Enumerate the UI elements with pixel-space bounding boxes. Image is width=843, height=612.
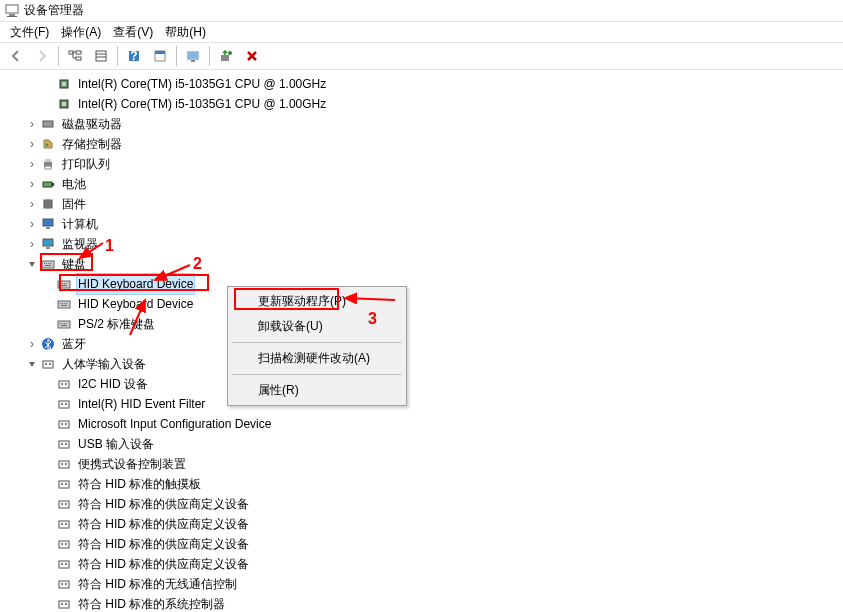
menu-file[interactable]: 文件(F)	[4, 22, 55, 43]
separator	[209, 46, 210, 66]
hid-icon	[56, 576, 72, 592]
expand-icon[interactable]: ›	[24, 116, 40, 132]
keyboard-icon	[56, 276, 72, 292]
tree-item-ps2-keyboard[interactable]: PS/2 标准键盘	[8, 314, 843, 334]
svg-rect-58	[62, 323, 63, 324]
svg-rect-40	[46, 263, 47, 264]
detail-view-button[interactable]	[89, 44, 113, 68]
menu-action[interactable]: 操作(A)	[55, 22, 107, 43]
computer-icon	[40, 216, 56, 232]
hid-icon	[56, 536, 72, 552]
expand-icon[interactable]: ›	[24, 236, 40, 252]
svg-rect-90	[59, 541, 69, 548]
expand-icon[interactable]: ›	[24, 216, 40, 232]
tree-item[interactable]: 符合 HID 标准的无线通信控制	[8, 574, 843, 594]
tree-item[interactable]: 符合 HID 标准的供应商定义设备	[8, 514, 843, 534]
tree-item-bluetooth[interactable]: ›蓝牙	[8, 334, 843, 354]
expand-icon[interactable]: ›	[24, 336, 40, 352]
svg-rect-16	[221, 55, 229, 61]
tree-item[interactable]: 便携式设备控制装置	[8, 454, 843, 474]
tree-item[interactable]: 符合 HID 标准的供应商定义设备	[8, 554, 843, 574]
svg-point-67	[61, 383, 63, 385]
svg-rect-48	[66, 283, 67, 284]
hid-icon	[56, 376, 72, 392]
expand-icon[interactable]: ›	[24, 176, 40, 192]
keyboard-icon	[56, 296, 72, 312]
tree-item-keyboard[interactable]: 键盘	[8, 254, 843, 274]
toolbar: ?	[0, 42, 843, 70]
tree-item-firmware[interactable]: ›固件	[8, 194, 843, 214]
tree-item-print[interactable]: ›打印队列	[8, 154, 843, 174]
svg-rect-47	[64, 283, 65, 284]
expand-icon[interactable]: ›	[24, 196, 40, 212]
svg-point-23	[50, 123, 52, 125]
svg-rect-55	[61, 305, 67, 306]
tree-item[interactable]: 符合 HID 标准的系统控制器	[8, 594, 843, 612]
monitor-icon	[40, 236, 56, 252]
forward-button[interactable]	[30, 44, 54, 68]
disk-icon	[40, 116, 56, 132]
svg-rect-61	[61, 325, 67, 326]
menu-view[interactable]: 查看(V)	[107, 22, 159, 43]
menu-help[interactable]: 帮助(H)	[159, 22, 212, 43]
expand-icon[interactable]: ›	[24, 156, 40, 172]
tree-item[interactable]: I2C HID 设备	[8, 374, 843, 394]
hid-icon	[56, 456, 72, 472]
svg-rect-56	[58, 321, 70, 328]
expand-icon[interactable]: ›	[24, 136, 40, 152]
svg-rect-41	[48, 263, 49, 264]
context-uninstall[interactable]: 卸载设备(U)	[230, 314, 404, 339]
svg-rect-96	[59, 581, 69, 588]
svg-rect-42	[50, 263, 51, 264]
context-properties[interactable]: 属性(R)	[230, 378, 404, 403]
tree-item[interactable]: Intel(R) HID Event Filter	[8, 394, 843, 414]
svg-point-88	[61, 523, 63, 525]
svg-rect-1	[9, 14, 15, 16]
hid-icon	[56, 396, 72, 412]
cpu-icon	[56, 96, 72, 112]
tree-item[interactable]: 符合 HID 标准的触摸板	[8, 474, 843, 494]
svg-rect-15	[191, 60, 195, 62]
uninstall-button[interactable]	[240, 44, 264, 68]
svg-text:?: ?	[130, 49, 137, 63]
tree-item-computer[interactable]: ›计算机	[8, 214, 843, 234]
tree-item[interactable]: 符合 HID 标准的供应商定义设备	[8, 494, 843, 514]
tree-item-hid-keyboard[interactable]: HID Keyboard Device	[8, 294, 843, 314]
svg-rect-37	[46, 247, 50, 249]
context-scan[interactable]: 扫描检测硬件改动(A)	[230, 346, 404, 371]
properties-button[interactable]	[148, 44, 172, 68]
tree-item-monitor[interactable]: ›监视器	[8, 234, 843, 254]
collapse-icon[interactable]	[24, 256, 40, 272]
hid-icon	[56, 436, 72, 452]
collapse-icon[interactable]	[24, 356, 40, 372]
menubar: 文件(F) 操作(A) 查看(V) 帮助(H)	[0, 22, 843, 42]
tree-item-storage[interactable]: ›存储控制器	[8, 134, 843, 154]
storage-icon	[40, 136, 56, 152]
svg-rect-45	[60, 283, 61, 284]
tree-view-button[interactable]	[63, 44, 87, 68]
svg-rect-14	[189, 53, 197, 58]
tree-item-hid-keyboard[interactable]: HID Keyboard Device	[8, 274, 843, 294]
tree-item[interactable]: USB 输入设备	[8, 434, 843, 454]
context-update-driver[interactable]: 更新驱动程序(P)	[230, 289, 404, 314]
svg-rect-6	[96, 51, 106, 61]
tree-item-battery[interactable]: ›电池	[8, 174, 843, 194]
svg-point-64	[45, 363, 47, 365]
update-driver-button[interactable]	[214, 44, 238, 68]
svg-rect-46	[62, 283, 63, 284]
svg-rect-60	[66, 323, 67, 324]
separator	[117, 46, 118, 66]
tree-item-hid-devices[interactable]: 人体学输入设备	[8, 354, 843, 374]
help-button[interactable]: ?	[122, 44, 146, 68]
hid-icon	[56, 496, 72, 512]
svg-rect-35	[46, 227, 50, 229]
scan-button[interactable]	[181, 44, 205, 68]
svg-rect-38	[42, 261, 54, 268]
tree-item[interactable]: Microsoft Input Configuration Device	[8, 414, 843, 434]
tree-item-disk[interactable]: ›磁盘驱动器	[8, 114, 843, 134]
back-button[interactable]	[4, 44, 28, 68]
context-menu: 更新驱动程序(P) 卸载设备(U) 扫描检测硬件改动(A) 属性(R)	[227, 286, 407, 406]
tree-item-cpu[interactable]: Intel(R) Core(TM) i5-1035G1 CPU @ 1.00GH…	[8, 94, 843, 114]
tree-item[interactable]: 符合 HID 标准的供应商定义设备	[8, 534, 843, 554]
tree-item-cpu[interactable]: Intel(R) Core(TM) i5-1035G1 CPU @ 1.00GH…	[8, 74, 843, 94]
